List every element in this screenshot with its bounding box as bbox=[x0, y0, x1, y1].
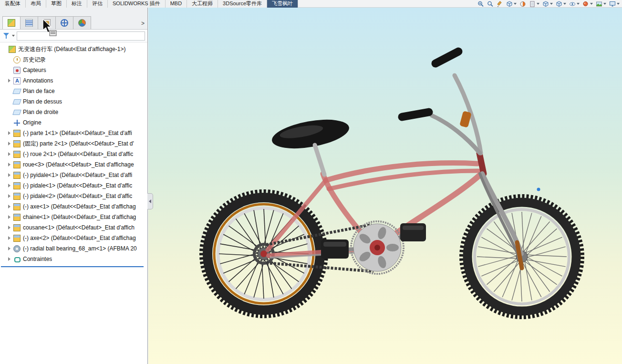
tree-item-11[interactable]: (-) roue 2<1> (Défaut<<Défaut>_Etat d'af… bbox=[0, 149, 147, 159]
tree-item-9[interactable]: (-) parte 1<1> (Défaut<<Défaut>_Etat d'a… bbox=[0, 128, 147, 138]
tree-item-4[interactable]: Annotations bbox=[0, 75, 147, 86]
expand-arrow-icon[interactable] bbox=[6, 205, 12, 208]
dropdown-arrow-icon[interactable] bbox=[537, 3, 539, 5]
dimxpertmanager-tab[interactable] bbox=[55, 16, 73, 29]
expand-arrow-icon[interactable] bbox=[6, 215, 12, 219]
assembly-icon bbox=[8, 19, 15, 27]
ribbon-tab-10[interactable]: 飞雪枫叶 bbox=[267, 0, 298, 8]
tree-item-13[interactable]: (-) pyidale<1> (Défaut<<Défaut>_Etat d'a… bbox=[0, 170, 147, 180]
tree-item-17[interactable]: chaine<1> (Défaut<<Défaut>_Etat d'affich… bbox=[0, 212, 147, 222]
seat-post[interactable] bbox=[315, 145, 324, 175]
tree-item-19[interactable]: (-) axe<2> (Défaut<<Défaut>_Etat d'affic… bbox=[0, 233, 147, 243]
dropdown-arrow-icon[interactable] bbox=[577, 3, 580, 5]
panel-expand-chevron[interactable]: > bbox=[141, 20, 145, 27]
expand-arrow-icon[interactable] bbox=[6, 79, 12, 83]
ribbon-tab-6[interactable]: SOLIDWORKS 插件 bbox=[108, 0, 166, 8]
tree-item-3[interactable]: Capteurs bbox=[0, 65, 147, 75]
dropdown-arrow-icon[interactable] bbox=[550, 3, 553, 5]
tree-item-label: roue<3> (Défaut<<Défaut>_Etat d'affichag… bbox=[23, 161, 134, 168]
tree-item-label: (固定) parte 2<1> (Défaut<<Défaut>_Etat d' bbox=[23, 140, 134, 148]
selection-dot[interactable] bbox=[537, 188, 540, 191]
filter-dropdown-icon[interactable] bbox=[12, 35, 15, 37]
seat[interactable] bbox=[270, 114, 352, 154]
ribbon-tab-1[interactable]: 装配体 bbox=[0, 0, 26, 8]
ribbon-tab-8[interactable]: 大工程师 bbox=[187, 0, 218, 8]
expand-arrow-icon[interactable] bbox=[6, 131, 12, 135]
section-view-icon[interactable] bbox=[519, 0, 527, 7]
display-icon bbox=[78, 19, 86, 27]
expand-arrow-icon[interactable] bbox=[6, 142, 12, 146]
tree-item-6[interactable]: Plan de dessus bbox=[0, 96, 147, 107]
dropdown-arrow-icon[interactable] bbox=[590, 3, 593, 5]
tree-item-10[interactable]: (固定) parte 2<1> (Défaut<<Défaut>_Etat d' bbox=[0, 138, 147, 149]
ribbon-tab-3[interactable]: 草图 bbox=[46, 0, 67, 8]
tree-item-20[interactable]: (-) radial ball bearing_68_am<1> (AFBMA … bbox=[0, 243, 147, 254]
tree-item-16[interactable]: (-) axe<1> (Défaut<<Défaut>_Etat d'affic… bbox=[0, 201, 147, 212]
panel-tab-bar: > bbox=[0, 8, 147, 30]
tree-item-14[interactable]: (-) pidale<1> (Défaut<<Défaut>_Etat d'af… bbox=[0, 180, 147, 191]
tree-item-label: Capteurs bbox=[23, 67, 46, 73]
expand-arrow-icon[interactable] bbox=[6, 226, 12, 229]
tree-item-5[interactable]: Plan de face bbox=[0, 86, 147, 96]
panel-collapse-handle[interactable] bbox=[147, 193, 153, 209]
assembly-visualization-icon[interactable] bbox=[506, 0, 517, 7]
propertymanager-tab[interactable] bbox=[20, 16, 38, 29]
expand-arrow-icon[interactable] bbox=[6, 173, 12, 177]
tree-item-1[interactable]: 无变速自行车 (Défaut<Etat d'affichage-1>) bbox=[0, 44, 147, 54]
pedal-right[interactable] bbox=[400, 223, 426, 241]
tree-item-icon bbox=[13, 151, 21, 158]
tree-item-label: 历史记录 bbox=[23, 56, 46, 64]
ribbon-tab-2[interactable]: 布局 bbox=[26, 0, 46, 8]
tree-end-bar[interactable] bbox=[1, 266, 144, 267]
tree-item-icon bbox=[13, 203, 21, 210]
edit-appearance-icon[interactable] bbox=[582, 0, 593, 7]
tree-item-12[interactable]: roue<3> (Défaut<<Défaut>_Etat d'affichag… bbox=[0, 159, 147, 170]
featuremanager-tab[interactable] bbox=[2, 16, 21, 29]
pedal-left[interactable] bbox=[321, 239, 349, 259]
tree-item-8[interactable]: Origine bbox=[0, 117, 147, 128]
display-style-icon[interactable] bbox=[555, 0, 567, 7]
filter-funnel-icon[interactable] bbox=[2, 31, 11, 40]
zoom-to-area-icon[interactable] bbox=[487, 0, 494, 7]
dropdown-arrow-icon[interactable] bbox=[603, 3, 606, 5]
edit-component-icon[interactable] bbox=[496, 0, 504, 7]
handlebar[interactable] bbox=[402, 52, 481, 153]
tree-item-15[interactable]: (-) pidale<2> (Défaut<<Défaut>_Etat d'af… bbox=[0, 191, 147, 201]
expand-arrow-icon[interactable] bbox=[6, 152, 12, 156]
view-settings-icon[interactable] bbox=[609, 0, 620, 7]
tree-item-18[interactable]: cousane<1> (Défaut<<Défaut>_Etat d'affic… bbox=[0, 222, 147, 233]
filter-input[interactable] bbox=[17, 31, 145, 41]
hide-show-items-icon[interactable] bbox=[569, 0, 580, 7]
tree-item-7[interactable]: Plan de droite bbox=[0, 107, 147, 117]
ribbon-tab-5[interactable]: 评估 bbox=[87, 0, 108, 8]
ribbon-tab-7[interactable]: MBD bbox=[166, 0, 187, 8]
tree-item-label: Plan de dessus bbox=[23, 98, 62, 105]
expand-arrow-icon[interactable] bbox=[6, 236, 12, 240]
ribbon-tab-9[interactable]: 3DSource零件库 bbox=[218, 0, 267, 8]
expand-arrow-icon[interactable] bbox=[6, 194, 12, 198]
bicycle-model[interactable] bbox=[148, 8, 622, 364]
dropdown-arrow-icon[interactable] bbox=[514, 3, 517, 5]
expand-arrow-icon[interactable] bbox=[6, 184, 12, 187]
tree-item-icon bbox=[13, 161, 21, 168]
view-orientation-icon[interactable] bbox=[542, 0, 553, 7]
ribbon-tab-4[interactable]: 标注 bbox=[67, 0, 87, 8]
configurationmanager-tab[interactable] bbox=[38, 16, 56, 29]
drawing-sheet-icon[interactable] bbox=[529, 0, 540, 7]
tree-item-21[interactable]: Contraintes bbox=[0, 254, 147, 264]
tree-item-icon bbox=[12, 99, 21, 104]
tree-item-icon bbox=[13, 182, 21, 189]
displaymanager-tab[interactable] bbox=[73, 16, 91, 29]
expand-arrow-icon[interactable] bbox=[6, 257, 12, 261]
tree-item-2[interactable]: 历史记录 bbox=[0, 54, 147, 65]
dropdown-arrow-icon[interactable] bbox=[617, 3, 620, 5]
expand-arrow-icon[interactable] bbox=[6, 247, 12, 250]
tree-item-icon bbox=[13, 256, 21, 263]
dropdown-arrow-icon[interactable] bbox=[563, 3, 566, 5]
zoom-to-fit-icon[interactable] bbox=[477, 0, 485, 7]
graphics-viewport[interactable] bbox=[148, 8, 622, 364]
expand-arrow-icon[interactable] bbox=[6, 163, 12, 166]
apply-scene-icon[interactable] bbox=[595, 0, 607, 7]
grip-right bbox=[435, 52, 458, 63]
tree-item-icon bbox=[12, 89, 21, 94]
